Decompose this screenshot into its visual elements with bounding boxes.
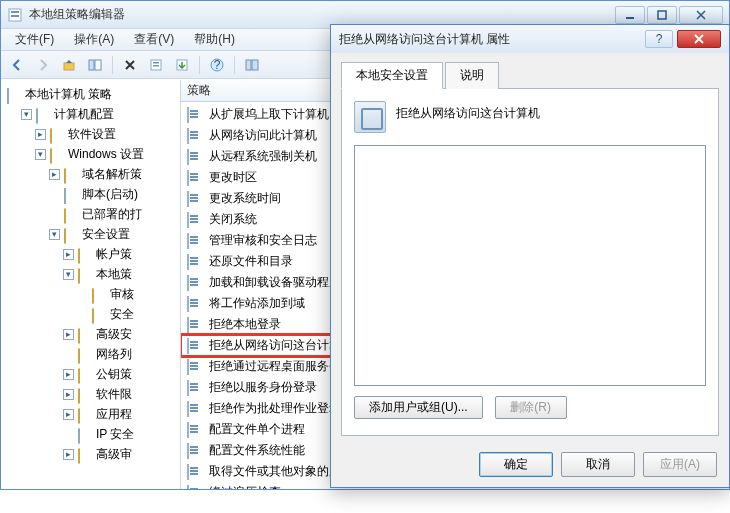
folder-icon <box>78 347 94 361</box>
dialog-titlebar: 拒绝从网络访问这台计算机 属性 ? <box>331 25 729 53</box>
refresh-button[interactable] <box>240 54 264 76</box>
list-item-label: 更改时区 <box>209 169 257 186</box>
close-button[interactable] <box>679 6 723 24</box>
collapse-icon[interactable]: ▾ <box>63 269 74 280</box>
ok-button[interactable]: 确定 <box>479 452 553 477</box>
close-button[interactable] <box>677 30 721 48</box>
tree-label: 软件限 <box>96 385 132 403</box>
show-hide-tree-button[interactable] <box>83 54 107 76</box>
tree-ipsafe[interactable]: IP 安全 <box>61 424 180 444</box>
svg-rect-14 <box>246 60 251 70</box>
users-listbox[interactable] <box>354 145 706 386</box>
folder-icon <box>50 147 66 161</box>
collapse-icon[interactable]: ▾ <box>49 229 60 240</box>
svg-rect-6 <box>89 60 94 70</box>
menu-action[interactable]: 操作(A) <box>64 29 124 50</box>
tree-local[interactable]: ▾本地策 <box>61 264 180 284</box>
tree-windows[interactable]: ▾Windows 设置 <box>33 144 180 164</box>
tree-audit[interactable]: 审核 <box>75 284 180 304</box>
tree-label: 高级审 <box>96 445 132 463</box>
tab-content: 拒绝从网络访问这台计算机 添加用户或组(U)... 删除(R) <box>341 89 719 436</box>
list-item-label: 绕过遍历检查 <box>209 484 281 489</box>
policy-item-icon <box>187 402 203 416</box>
cancel-button[interactable]: 取消 <box>561 452 635 477</box>
tree-software[interactable]: ▸软件设置 <box>33 124 180 144</box>
expand-icon[interactable]: ▸ <box>63 409 74 420</box>
folder-icon <box>78 327 94 341</box>
collapse-icon[interactable]: ▾ <box>35 149 46 160</box>
help-button[interactable]: ? <box>205 54 229 76</box>
expand-icon[interactable]: ▸ <box>63 449 74 460</box>
tree-script[interactable]: 脚本(启动) <box>47 184 180 204</box>
list-item-label: 配置文件系统性能 <box>209 442 305 459</box>
tree-publickey[interactable]: ▸公钥策 <box>61 364 180 384</box>
list-item-label: 从扩展坞上取下计算机 <box>209 106 329 123</box>
tree-pane[interactable]: 本地计算机 策略 ▾计算机配置 ▸软件设置 ▾Windows 设置 ▸域名解析 <box>1 80 181 489</box>
remove-button[interactable]: 删除(R) <box>495 396 567 419</box>
policy-item-icon <box>187 276 203 290</box>
tree-label: 网络列 <box>96 345 132 363</box>
dialog-body: 本地安全设置 说明 拒绝从网络访问这台计算机 添加用户或组(U)... 删除(R… <box>331 53 729 444</box>
delete-button[interactable] <box>118 54 142 76</box>
policy-item-icon <box>187 150 203 164</box>
tree-advaudit[interactable]: ▸高级审 <box>61 444 180 464</box>
menu-view[interactable]: 查看(V) <box>124 29 184 50</box>
tree-deployed[interactable]: 已部署的打 <box>47 204 180 224</box>
tree-label: 本地计算机 策略 <box>25 85 112 103</box>
window-controls <box>615 6 723 24</box>
menu-help[interactable]: 帮助(H) <box>184 29 245 50</box>
tree-applimit[interactable]: ▸应用程 <box>61 404 180 424</box>
app-icon <box>7 7 23 23</box>
svg-rect-7 <box>95 60 101 70</box>
help-button[interactable]: ? <box>645 30 673 48</box>
expand-icon[interactable]: ▸ <box>63 369 74 380</box>
tree-softlimit[interactable]: ▸软件限 <box>61 384 180 404</box>
export-button[interactable] <box>170 54 194 76</box>
tree-account[interactable]: ▸帐户策 <box>61 244 180 264</box>
policy-item-icon <box>187 192 203 206</box>
list-item-label: 拒绝本地登录 <box>209 316 281 333</box>
tree-computer-config[interactable]: ▾计算机配置 <box>19 104 180 124</box>
list-item-label: 配置文件单个进程 <box>209 421 305 438</box>
tree-label: 域名解析策 <box>82 165 142 183</box>
expand-icon[interactable]: ▸ <box>49 169 60 180</box>
expand-icon[interactable]: ▸ <box>63 249 74 260</box>
list-item-label: 更改系统时间 <box>209 190 281 207</box>
tree-label: 脚本(启动) <box>82 185 138 203</box>
tab-strip: 本地安全设置 说明 <box>341 61 719 89</box>
policy-item-icon <box>187 255 203 269</box>
folder-icon <box>64 167 80 181</box>
back-button[interactable] <box>5 54 29 76</box>
maximize-button[interactable] <box>647 6 677 24</box>
tree-label: 审核 <box>110 285 134 303</box>
tree-label: 软件设置 <box>68 125 116 143</box>
forward-button[interactable] <box>31 54 55 76</box>
policy-item-icon <box>187 129 203 143</box>
list-item-label: 拒绝以服务身份登录 <box>209 379 317 396</box>
tree-security[interactable]: ▾安全设置 <box>47 224 180 244</box>
tree-label: 本地策 <box>96 265 132 283</box>
properties-button[interactable] <box>144 54 168 76</box>
tree-network[interactable]: 网络列 <box>61 344 180 364</box>
svg-rect-5 <box>64 63 74 70</box>
apply-button[interactable]: 应用(A) <box>643 452 717 477</box>
tree-root[interactable]: 本地计算机 策略 <box>5 84 180 104</box>
tree-security2[interactable]: 安全 <box>75 304 180 324</box>
add-user-button[interactable]: 添加用户或组(U)... <box>354 396 483 419</box>
computer-icon <box>36 107 52 121</box>
tab-explain[interactable]: 说明 <box>445 62 499 89</box>
tree-dns[interactable]: ▸域名解析策 <box>47 164 180 184</box>
expand-icon[interactable]: ▸ <box>35 129 46 140</box>
collapse-icon[interactable]: ▾ <box>21 109 32 120</box>
tree-advanced[interactable]: ▸高级安 <box>61 324 180 344</box>
expand-icon[interactable]: ▸ <box>63 389 74 400</box>
policy-root-icon <box>7 87 23 101</box>
minimize-button[interactable] <box>615 6 645 24</box>
menu-file[interactable]: 文件(F) <box>5 29 64 50</box>
tree-label: 安全设置 <box>82 225 130 243</box>
policy-item-icon <box>187 444 203 458</box>
folder-icon <box>78 387 94 401</box>
expand-icon[interactable]: ▸ <box>63 329 74 340</box>
up-button[interactable] <box>57 54 81 76</box>
tab-local-security[interactable]: 本地安全设置 <box>341 62 443 89</box>
